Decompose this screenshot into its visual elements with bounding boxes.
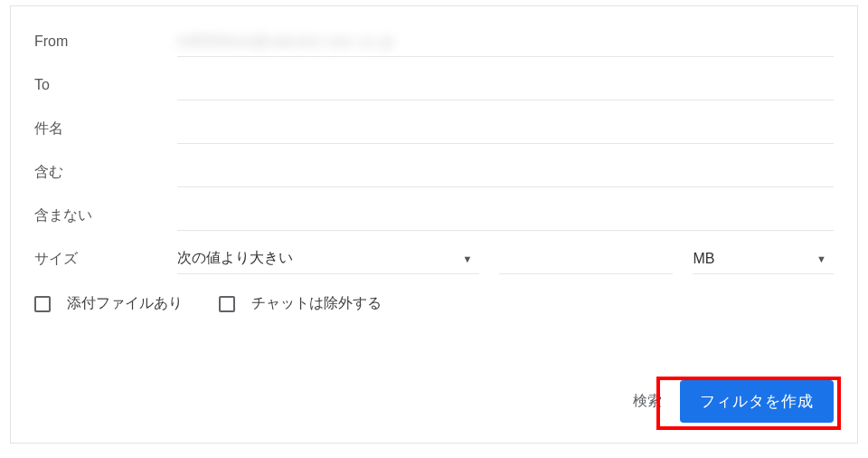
from-input-blurred-value: m8050test@rakuten-sec.co.jp	[177, 33, 394, 50]
action-row: 検索 フィルタを作成	[633, 380, 834, 423]
size-unit-select[interactable]: MB ▼	[693, 243, 834, 274]
checkbox-icon	[34, 296, 51, 312]
field-row-from: From m8050test@rakuten-sec.co.jp	[34, 26, 834, 57]
checkbox-icon	[219, 296, 235, 312]
create-filter-button[interactable]: フィルタを作成	[680, 380, 834, 423]
size-label: サイズ	[34, 250, 177, 269]
exclude-chats-label: チャットは除外する	[251, 294, 382, 313]
checkbox-row: 添付ファイルあり チャットは除外する	[34, 294, 834, 313]
chevron-down-icon: ▼	[463, 253, 473, 264]
size-value-input[interactable]	[499, 243, 673, 274]
has-attachment-checkbox[interactable]: 添付ファイルあり	[34, 294, 183, 313]
from-label: From	[34, 33, 177, 50]
field-row-includes: 含む	[34, 157, 834, 187]
from-input-wrap[interactable]: m8050test@rakuten-sec.co.jp	[177, 26, 834, 57]
size-comparator-value: 次の値より大きい	[177, 249, 293, 268]
field-row-to: To	[34, 70, 834, 100]
search-button[interactable]: 検索	[633, 392, 662, 411]
exclude-chats-checkbox[interactable]: チャットは除外する	[219, 294, 382, 313]
excludes-input[interactable]	[177, 200, 834, 231]
chevron-down-icon: ▼	[816, 253, 826, 264]
to-label: To	[34, 77, 177, 93]
to-input[interactable]	[177, 70, 834, 100]
has-attachment-label: 添付ファイルあり	[67, 294, 183, 313]
subject-input[interactable]	[177, 113, 834, 144]
field-row-subject: 件名	[34, 113, 834, 144]
filter-panel: From m8050test@rakuten-sec.co.jp To 件名 含…	[10, 5, 858, 444]
size-comparator-select[interactable]: 次の値より大きい ▼	[177, 243, 479, 274]
field-row-size: サイズ 次の値より大きい ▼ MB ▼	[34, 243, 834, 274]
subject-label: 件名	[34, 119, 177, 138]
excludes-label: 含まない	[34, 206, 177, 225]
field-row-excludes: 含まない	[34, 200, 834, 231]
size-unit-value: MB	[693, 251, 714, 267]
includes-input[interactable]	[177, 157, 834, 187]
includes-label: 含む	[34, 163, 177, 182]
